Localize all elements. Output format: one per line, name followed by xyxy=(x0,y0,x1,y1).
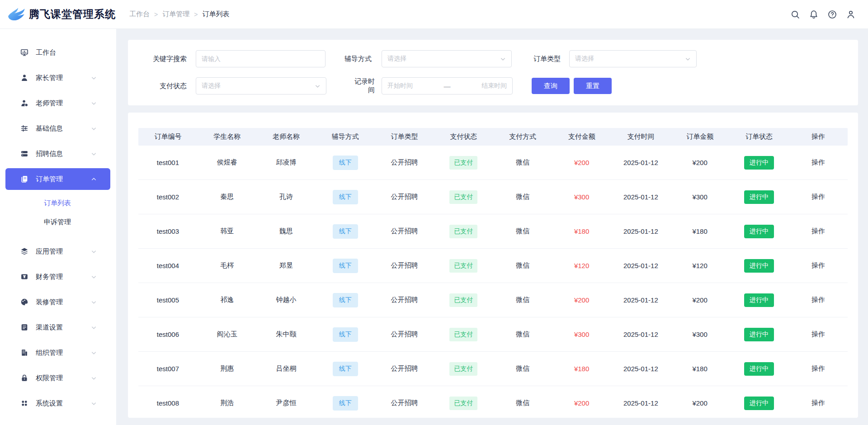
sidebar-item-basic-info[interactable]: 基础信息 xyxy=(0,116,116,141)
keyword-input[interactable] xyxy=(196,50,326,67)
table-row: test003韩亚魏思线下公开招聘已支付微信¥1802025-01-12¥180… xyxy=(138,214,848,249)
table-cell: 已支付 xyxy=(434,397,493,410)
pay-method-cell: 微信 xyxy=(493,193,552,201)
table-cell: 进行中 xyxy=(730,362,789,376)
order-type-cell: 公开招聘 xyxy=(375,261,434,270)
sidebar-item-order-mgmt[interactable]: 订单管理 xyxy=(5,168,110,190)
tutor-mode-badge: 线下 xyxy=(333,327,358,342)
student-name-cell: 荆惠 xyxy=(198,364,257,373)
student-name-cell: 秦思 xyxy=(198,193,257,201)
order-status-badge: 进行中 xyxy=(744,156,774,170)
action-button[interactable]: 操作 xyxy=(788,330,848,339)
table-cell: 已支付 xyxy=(434,156,493,170)
parent-icon xyxy=(20,74,28,82)
sidebar-item-parent-mgmt[interactable]: 家长管理 xyxy=(0,65,116,90)
sidebar-subitem-appeal-mgmt[interactable]: 申诉管理 xyxy=(0,212,116,231)
order-type-label: 订单类型 xyxy=(533,55,561,63)
sidebar-item-label: 工作台 xyxy=(36,48,56,57)
action-button[interactable]: 操作 xyxy=(788,158,848,167)
table-column-header: 支付状态 xyxy=(434,132,493,141)
order-status-badge: 进行中 xyxy=(744,225,774,238)
table-column-header: 支付金额 xyxy=(552,132,611,141)
sidebar-item-teacher-mgmt[interactable]: 老师管理 xyxy=(0,90,116,116)
order-status-badge: 进行中 xyxy=(744,190,774,204)
order-type-select[interactable]: 请选择 xyxy=(569,50,697,67)
order-amount-cell: ¥180 xyxy=(670,227,730,235)
chevron-up-icon xyxy=(91,176,97,182)
chevron-down-icon xyxy=(91,375,97,381)
pay-status-badge: 已支付 xyxy=(449,225,477,238)
sidebar-subitem-order-list[interactable]: 订单列表 xyxy=(0,194,116,212)
bell-icon[interactable] xyxy=(808,9,819,20)
sidebar-item-app-mgmt[interactable]: 应用管理 xyxy=(0,239,116,264)
table-row: test004毛梣郑昱线下公开招聘已支付微信¥1202025-01-12¥120… xyxy=(138,249,848,283)
action-button[interactable]: 操作 xyxy=(788,364,848,373)
table-cell: 线下 xyxy=(316,396,375,411)
tutor-mode-select[interactable]: 请选择 xyxy=(382,50,512,67)
pay-status-badge: 已支付 xyxy=(449,190,477,204)
pay-amount-cell: ¥180 xyxy=(552,227,611,235)
action-button[interactable]: 操作 xyxy=(788,399,848,407)
chevron-down-icon xyxy=(685,56,691,62)
action-button[interactable]: 操作 xyxy=(788,227,848,236)
chevron-down-icon xyxy=(91,100,97,106)
tutor-mode-label: 辅导方式 xyxy=(344,55,372,63)
order-amount-cell: ¥200 xyxy=(670,296,730,304)
table-column-header: 老师名称 xyxy=(257,132,316,141)
user-icon[interactable] xyxy=(845,9,856,20)
order-no-cell: test008 xyxy=(138,399,198,407)
breadcrumb-separator: > xyxy=(154,11,158,18)
sidebar-item-channel-settings[interactable]: 渠道设置 xyxy=(0,315,116,340)
tutor-mode-badge: 线下 xyxy=(333,224,358,239)
sidebar-item-label: 装修管理 xyxy=(36,298,63,307)
sidebar-item-system-settings[interactable]: 系统设置 xyxy=(0,391,116,416)
record-time-range-picker[interactable]: 开始时间 — 结束时间 xyxy=(382,77,513,94)
pay-amount-cell: ¥200 xyxy=(552,159,611,166)
pay-time-cell: 2025-01-12 xyxy=(611,296,670,304)
chevron-down-icon xyxy=(315,83,321,89)
order-no-cell: test003 xyxy=(138,227,198,235)
table-column-header: 操作 xyxy=(788,132,848,141)
table-column-header: 学生名称 xyxy=(198,132,257,141)
breadcrumb: 工作台 > 订单管理 > 订单列表 xyxy=(129,10,229,19)
sidebar-item-decoration-mgmt[interactable]: 装修管理 xyxy=(0,289,116,315)
sidebar-item-permission-mgmt[interactable]: 权限管理 xyxy=(0,365,116,391)
pay-status-badge: 已支付 xyxy=(449,328,477,341)
table-cell: 已支付 xyxy=(434,259,493,273)
table-cell: 进行中 xyxy=(730,156,789,170)
order-type-cell: 公开招聘 xyxy=(375,227,434,236)
table-cell: 已支付 xyxy=(434,225,493,238)
pay-status-select[interactable]: 请选择 xyxy=(196,77,326,94)
pay-method-cell: 微信 xyxy=(493,296,552,304)
pay-status-badge: 已支付 xyxy=(449,397,477,410)
breadcrumb-item[interactable]: 工作台 xyxy=(129,10,150,19)
action-button[interactable]: 操作 xyxy=(788,296,848,304)
sidebar-item-label: 组织管理 xyxy=(36,349,63,357)
pay-status-placeholder: 请选择 xyxy=(202,82,221,90)
order-table-panel: 订单编号学生名称老师名称辅导方式订单类型支付状态支付方式支付金额支付时间订单金额… xyxy=(128,113,858,418)
pay-time-cell: 2025-01-12 xyxy=(611,193,670,201)
table-cell: 已支付 xyxy=(434,293,493,307)
order-no-cell: test002 xyxy=(138,193,198,201)
search-icon[interactable] xyxy=(790,9,801,20)
table-row: test002秦思孔诗线下公开招聘已支付微信¥3002025-01-12¥300… xyxy=(138,180,848,214)
order-no-cell: test006 xyxy=(138,331,198,338)
teacher-name-cell: 吕坐桐 xyxy=(257,364,316,373)
search-button[interactable]: 查询 xyxy=(532,78,570,94)
student-name-cell: 侯煜睿 xyxy=(198,158,257,167)
sidebar-item-recruit-info[interactable]: 招聘信息 xyxy=(0,141,116,166)
pay-time-cell: 2025-01-12 xyxy=(611,399,670,407)
table-cell: 已支付 xyxy=(434,190,493,204)
action-button[interactable]: 操作 xyxy=(788,193,848,201)
breadcrumb-item[interactable]: 订单管理 xyxy=(162,10,189,19)
order-type-cell: 公开招聘 xyxy=(375,399,434,407)
sidebar-item-org-mgmt[interactable]: 组织管理 xyxy=(0,340,116,365)
sidebar-item-workbench[interactable]: 工作台 xyxy=(0,40,116,65)
reset-button[interactable]: 重置 xyxy=(574,78,612,94)
sidebar-item-label: 订单管理 xyxy=(36,175,63,184)
student-name-cell: 韩亚 xyxy=(198,227,257,236)
sidebar-item-finance-mgmt[interactable]: 财务管理 xyxy=(0,264,116,289)
help-icon[interactable] xyxy=(827,9,838,20)
tutor-mode-badge: 线下 xyxy=(333,396,358,411)
action-button[interactable]: 操作 xyxy=(788,261,848,270)
